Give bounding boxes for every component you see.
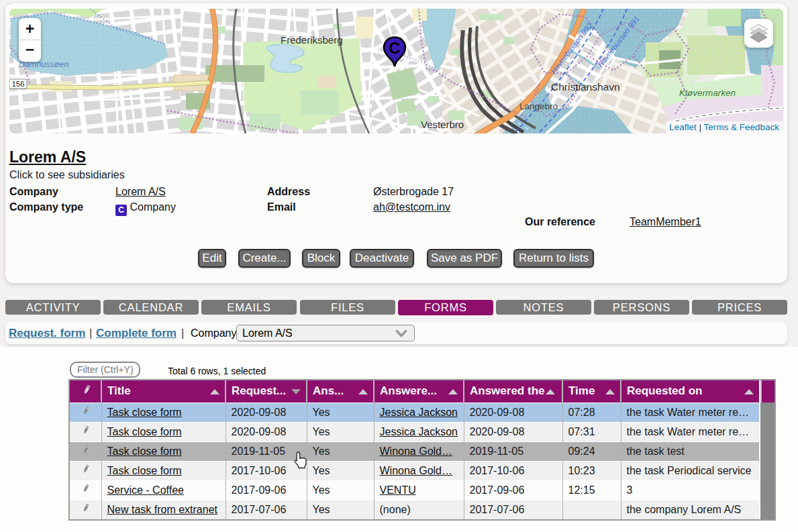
- svg-text:C: C: [389, 39, 400, 57]
- svg-text:Frederiksberg: Frederiksberg: [281, 34, 343, 46]
- svg-text:Kløvermarken: Kløvermarken: [679, 88, 736, 98]
- svg-text:Vesterbro: Vesterbro: [421, 119, 464, 130]
- svg-text:Christianshavn: Christianshavn: [551, 81, 620, 93]
- svg-text:156: 156: [11, 80, 24, 88]
- svg-text:Langebro: Langebro: [519, 101, 558, 111]
